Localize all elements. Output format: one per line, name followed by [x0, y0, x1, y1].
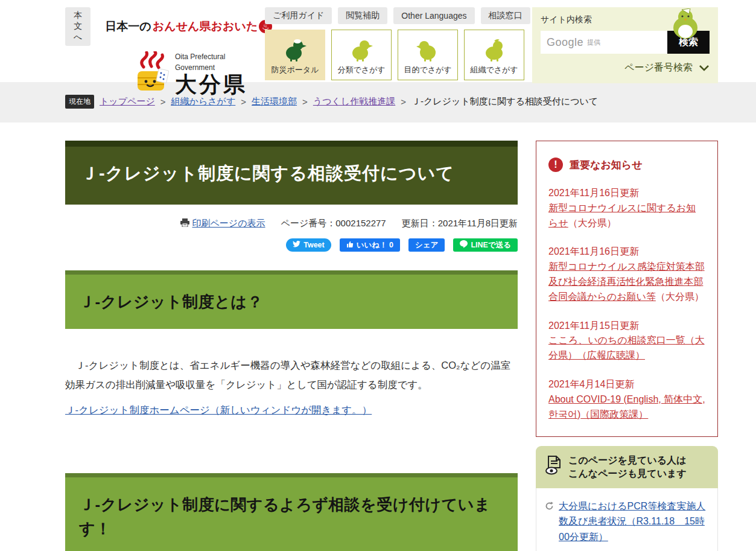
- google-logo: Google: [547, 36, 583, 49]
- logo-english-text: Oita Prefectural Government: [175, 53, 225, 72]
- notice-item: 2021年11月15日更新 こころ、いのちの相談窓口一覧（大分県）（広報広聴課）: [548, 319, 705, 363]
- breadcrumb-link-top[interactable]: トップページ: [100, 96, 155, 107]
- breadcrumb-link-department[interactable]: 生活環境部: [252, 96, 297, 107]
- breadcrumb-link-organization[interactable]: 組織からさがす: [171, 96, 236, 107]
- related-page-link-pcr[interactable]: 大分県におけるPCR等検査実施人数及び患者状況（R3.11.18 15時00分更…: [559, 498, 709, 545]
- google-provided-label: 提供: [587, 38, 600, 47]
- sidebar: ! 重要なお知らせ 2021年11月16日更新 新型コロナウイルスに関するお知ら…: [536, 141, 718, 551]
- prefecture-slogan: 日本一のおんせん県おおいた ♨: [105, 19, 272, 34]
- bird-mascot-icon: [349, 39, 373, 63]
- print-page-link[interactable]: 印刷ページの表示: [180, 218, 265, 229]
- breadcrumb-separator: >: [160, 97, 166, 107]
- oita-mascot-icon: [133, 51, 171, 96]
- jcredit-description-paragraph: Ｊ-クレジット制度とは、省エネルギー機器の導入や森林経営などの取組による、CO₂…: [65, 355, 518, 394]
- search-by-category-button[interactable]: 分類でさがす: [331, 30, 392, 80]
- site-header: 本文へ 日本一のおんせん県おおいた ♨: [65, 0, 718, 82]
- disaster-portal-button[interactable]: 防災ポータル: [265, 30, 325, 80]
- breadcrumb-strip: 現在地 トップページ > 組織からさがす > 生活環境部 > うつくし作戦推進課…: [0, 82, 756, 123]
- refresh-icon: [545, 500, 554, 545]
- important-notices-title: 重要なお知らせ: [570, 158, 643, 172]
- related-pages-body: 大分県におけるPCR等検査実施人数及び患者状況（R3.11.18 15時00分更…: [536, 488, 718, 551]
- icon-button-label: 目的でさがす: [404, 65, 451, 75]
- chevron-down-icon: [699, 63, 710, 74]
- page-number-search-toggle[interactable]: ページ番号検索: [541, 62, 710, 74]
- notice-item: 2021年11月16日更新 新型コロナウイルスに関するお知らせ（大分県）: [548, 186, 705, 231]
- search-by-organization-button[interactable]: 組織でさがす: [464, 30, 524, 80]
- notice-item: 2021年4月14日更新 About COVID-19 (English, 简体…: [548, 377, 705, 422]
- notice-date: 2021年11月15日更新: [548, 319, 705, 334]
- search-by-purpose-button[interactable]: 目的でさがす: [398, 30, 458, 80]
- jcredit-homepage-link[interactable]: Ｊ-クレジット制度ホームページ（新しいウィンドウが開きます。）: [65, 404, 372, 415]
- social-share-row: Tweet いいね！ 0 シェア LINEで送る: [65, 238, 518, 252]
- related-page-item: 大分県におけるPCR等検査実施人数及び患者状況（R3.11.18 15時00分更…: [545, 498, 709, 545]
- skip-to-content-button[interactable]: 本文へ: [65, 7, 91, 46]
- breadcrumb-separator: >: [241, 97, 246, 107]
- related-pages-title-line1: このページを見ている人は: [568, 455, 686, 465]
- line-share-button[interactable]: LINEで送る: [453, 238, 518, 252]
- icon-button-label: 防災ポータル: [272, 65, 319, 75]
- breadcrumb: 現在地 トップページ > 組織からさがす > 生活環境部 > うつくし作戦推進課…: [65, 95, 718, 109]
- current-location-badge: 現在地: [65, 95, 94, 109]
- site-search-panel: サイト内検索 Google: [532, 7, 718, 83]
- bird-mascot-icon: [283, 39, 307, 63]
- jcredit-homepage-link-row: Ｊ-クレジット制度ホームページ（新しいウィンドウが開きます。）: [65, 404, 518, 417]
- bird-mascot-icon: [416, 39, 440, 63]
- line-share-label: LINEで送る: [471, 240, 511, 250]
- site-search-input[interactable]: Google 提供: [541, 31, 667, 54]
- notice-item: 2021年11月16日更新 新型コロナウイルス感染症対策本部及び社会経済再活性化…: [548, 244, 705, 304]
- share-label: シェア: [415, 240, 438, 250]
- notice-suffix-link[interactable]: （国際政策課）: [580, 409, 648, 419]
- related-pages-box: このページを見ている人は こんなページも見ています 大分県におけるPCR等検査実…: [536, 446, 718, 551]
- logo-japanese-text: 大分県: [175, 72, 249, 97]
- notice-date: 2021年11月16日更新: [548, 186, 705, 201]
- section-heading-consultation: Ｊ-クレジット制度に関するよろず相談を受け付けています！: [65, 473, 518, 551]
- tweet-button[interactable]: Tweet: [286, 238, 331, 252]
- related-pages-header: このページを見ている人は こんなページも見ています: [536, 446, 718, 488]
- slogan-main: おんせん県おおいた: [153, 19, 258, 34]
- notice-date: 2021年4月14日更新: [548, 377, 705, 392]
- thumbs-up-icon: [346, 241, 354, 250]
- exclamation-icon: !: [548, 158, 563, 172]
- breadcrumb-separator: >: [401, 97, 406, 107]
- page-views-icon: [544, 456, 562, 479]
- notice-suffix: （大分県）: [568, 218, 617, 228]
- twitter-bird-icon: [293, 241, 300, 249]
- breadcrumb-link-division[interactable]: うつくし作戦推進課: [313, 96, 395, 107]
- main-content: Ｊ-クレジット制度に関する相談受付について 印刷ページの表示 ページ番号：000…: [65, 141, 518, 551]
- notice-date: 2021年11月16日更新: [548, 244, 705, 260]
- page-number: ページ番号：0002152277: [281, 218, 386, 229]
- related-pages-title-line2: こんなページも見ています: [568, 468, 687, 479]
- printer-icon: [180, 218, 189, 229]
- notice-suffix: （大分県）: [656, 291, 704, 302]
- site-logo[interactable]: Oita Prefectural Government 大分県: [133, 51, 249, 97]
- icon-button-label: 分類でさがす: [337, 65, 385, 75]
- updated-date: 更新日：2021年11月8日更新: [402, 218, 518, 229]
- nav-button-accessibility[interactable]: 閲覧補助: [338, 7, 387, 24]
- page-meta-row: 印刷ページの表示 ページ番号：0002152277 更新日：2021年11月8日…: [65, 218, 518, 229]
- breadcrumb-separator: >: [302, 97, 308, 107]
- page-number-search-label: ページ番号検索: [624, 62, 693, 74]
- icon-button-label: 組織でさがす: [470, 65, 518, 75]
- nav-button-user-guide[interactable]: ご利用ガイド: [265, 7, 332, 24]
- bird-mascot-icon: [482, 39, 506, 63]
- print-page-label: 印刷ページの表示: [192, 218, 265, 229]
- important-notices-box: ! 重要なお知らせ 2021年11月16日更新 新型コロナウイルスに関するお知ら…: [536, 141, 718, 437]
- nav-button-other-languages[interactable]: Other Languages: [393, 7, 474, 24]
- nav-button-consultation[interactable]: 相談窓口: [481, 7, 530, 24]
- tweet-label: Tweet: [303, 241, 325, 249]
- notice-suffix-link[interactable]: （広報広聴課）: [577, 350, 645, 360]
- page-title: Ｊ-クレジット制度に関する相談受付について: [65, 141, 518, 205]
- like-label: いいね！ 0: [357, 240, 393, 250]
- facebook-like-button[interactable]: いいね！ 0: [340, 238, 400, 252]
- slogan-prefix: 日本一の: [105, 19, 151, 34]
- search-bird-mascot-icon: [669, 8, 702, 42]
- facebook-share-button[interactable]: シェア: [408, 238, 445, 252]
- breadcrumb-current-page: Ｊ-クレジット制度に関する相談受付について: [411, 96, 598, 107]
- important-notices-title-row: ! 重要なお知らせ: [548, 158, 705, 172]
- line-icon: [460, 240, 468, 250]
- section-heading-what-is-jcredit: Ｊ-クレジット制度とは？: [65, 270, 518, 329]
